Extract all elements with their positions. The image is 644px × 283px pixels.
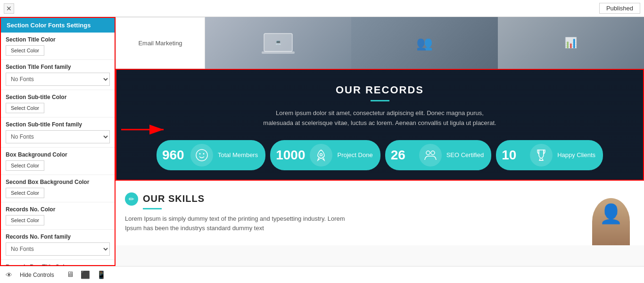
images-row: Email Marketing 💻 👥 📊 [116, 17, 644, 69]
stat-card-seo: 26 SEO Certified [385, 140, 491, 170]
bottom-icons: 🖥 ⬛ 📱 [66, 270, 106, 279]
red-arrow-icon [116, 116, 173, 144]
stat-number-members: 960 [162, 148, 186, 163]
records-no-font-label: Records No. Font family [6, 233, 110, 240]
seo-meeting-icon: 📊 [564, 37, 577, 49]
records-no-font-section: Records No. Font family No Fonts [1, 230, 115, 260]
section-subtitle-color-label: Section Sub-title Color [6, 94, 110, 100]
stat-label-members: Total Members [218, 151, 258, 158]
trophy-icon [534, 148, 548, 162]
records-no-color-btn[interactable]: Select Color [6, 215, 44, 225]
section-subtitle-font-select[interactable]: No Fonts [6, 130, 110, 143]
svg-rect-1 [262, 51, 295, 54]
second-box-bg-color-section: Second Box Background Color Select Color [1, 175, 115, 202]
hide-controls-button[interactable]: Hide Controls [20, 272, 54, 278]
stat-label-seo: SEO Certified [446, 151, 484, 158]
laptop-icon: 💻 [259, 29, 297, 57]
svg-point-8 [320, 153, 322, 156]
rocket-icon [314, 148, 328, 162]
right-content: Email Marketing 💻 👥 📊 [116, 17, 644, 266]
stat-card-projects: 1000 Project Done [270, 140, 380, 170]
skills-header: ✏ OUR SKILLS [125, 192, 635, 206]
bottom-bar: 👁 Hide Controls 🖥 ⬛ 📱 [0, 266, 644, 283]
close-button[interactable]: ✕ [4, 3, 14, 14]
image-card-1: 💻 [205, 17, 351, 69]
stat-number-projects: 1000 [276, 148, 305, 163]
svg-point-9 [426, 151, 430, 155]
skills-title: OUR SKILLS [143, 193, 205, 204]
records-underline [371, 100, 389, 101]
section-title-color-label: Section Title Color [6, 36, 110, 43]
skills-description: Lorem Ipsum is simply dummy text of the … [125, 214, 361, 234]
records-content: OUR RECORDS Lorem ipsum dolor sit amet, … [126, 84, 634, 170]
svg-point-6 [199, 153, 200, 154]
skills-icon-circle: ✏ [125, 192, 138, 206]
svg-point-10 [431, 151, 435, 155]
published-button[interactable]: Published [599, 3, 640, 14]
stat-number-clients: 10 [502, 148, 525, 163]
records-description: Lorem ipsum dolor sit amet, consectetur … [262, 108, 498, 128]
records-title: OUR RECORDS [126, 84, 634, 96]
section-title-color-section: Section Title Color Select Color [1, 33, 115, 60]
stats-row: 960 Total Members [126, 140, 634, 170]
tablet-icon[interactable]: ⬛ [81, 270, 90, 279]
svg-point-5 [196, 150, 207, 161]
mobile-icon[interactable]: 📱 [97, 270, 106, 279]
svg-text:💻: 💻 [275, 39, 281, 45]
second-box-bg-color-label: Second Box Background Color [6, 179, 110, 185]
section-subtitle-font-section: Section Sub-title Font family No Fonts [1, 117, 115, 148]
section-subtitle-color-btn[interactable]: Select Color [6, 103, 44, 113]
stat-label-clients: Happy Clients [557, 151, 595, 158]
records-section: OUR RECORDS Lorem ipsum dolor sit amet, … [116, 69, 644, 181]
svg-point-7 [203, 153, 204, 154]
records-no-font-select[interactable]: No Fonts [6, 242, 110, 256]
arrow-annotation [116, 116, 173, 146]
team-icon: 👥 [416, 35, 433, 51]
section-title-font-label: Section Title Font family [6, 64, 110, 70]
stat-card-clients: 10 Happy Clients [496, 140, 603, 170]
box-bg-color-section: Box Background Color Select Color [1, 148, 115, 175]
records-no-color-section: Records No. Color Select Color [1, 202, 115, 230]
hide-controls-label: Hide Controls [20, 272, 54, 278]
email-marketing-label: Email Marketing [138, 40, 182, 47]
box-bg-color-label: Box Background Color [6, 151, 110, 158]
skills-section: ✏ OUR SKILLS Lorem Ipsum is simply dummy… [116, 181, 644, 246]
team-members-icon [423, 148, 438, 162]
records-no-color-label: Records No. Color [6, 206, 110, 213]
stat-icon-projects [310, 144, 332, 166]
avatar-icon: 👤 [599, 203, 623, 225]
pencil-icon: ✏ [129, 195, 134, 203]
skills-avatar: 👤 [592, 198, 630, 245]
skills-underline [143, 208, 162, 209]
section-title-font-section: Section Title Font family No Fonts [1, 60, 115, 90]
left-panel: Section Color Fonts Settings Section Tit… [0, 17, 116, 266]
box-bg-color-btn[interactable]: Select Color [6, 160, 44, 171]
close-icon: ✕ [6, 5, 12, 12]
panel-header: Section Color Fonts Settings [1, 18, 115, 33]
top-bar: ✕ Published [0, 0, 644, 17]
section-subtitle-font-label: Section Sub-title Font family [6, 121, 110, 128]
stat-icon-members [190, 144, 213, 166]
section-title-font-select[interactable]: No Fonts [6, 73, 110, 86]
second-box-bg-color-btn[interactable]: Select Color [6, 188, 44, 198]
desktop-icon[interactable]: 🖥 [66, 270, 74, 279]
main-layout: Section Color Fonts Settings Section Tit… [0, 17, 644, 266]
image-card-2: 👥 [351, 17, 497, 69]
section-title-color-btn[interactable]: Select Color [6, 45, 44, 56]
section-subtitle-color-section: Section Sub-title Color Select Color [1, 90, 115, 117]
stat-number-seo: 26 [391, 148, 414, 163]
email-marketing-card: Email Marketing [116, 17, 205, 69]
records-box-title-color-section: Records Box Title Color Select Color [1, 260, 115, 266]
stat-label-projects: Project Done [337, 151, 372, 158]
image-card-3: 📊 [498, 17, 644, 69]
stat-icon-seo [419, 144, 442, 166]
smiley-icon [195, 148, 209, 162]
eye-icon: 👁 [6, 271, 12, 279]
stat-icon-clients [530, 144, 553, 166]
